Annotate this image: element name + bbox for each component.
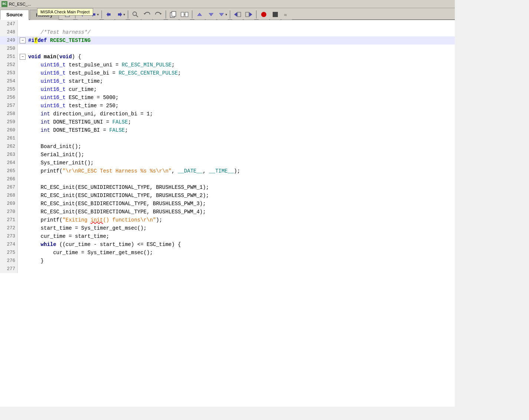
table-row: 256 uint16_t ESC_time = 5000;: [0, 93, 455, 102]
toolbar-down-arrow[interactable]: [206, 9, 216, 20]
code-content: uint16_t test_pulse_uni = RC_ESC_MIN_PUL…: [27, 61, 175, 69]
code-content: Sys_timer_init();: [27, 159, 93, 167]
table-row: 274 while ((cur_time - start_time) <= ES…: [0, 240, 455, 249]
code-content: RC_ESC_init(ESC_UNIDIRECTIONAL_TYPE, BRU…: [27, 191, 209, 200]
toolbar-stop[interactable]: [270, 9, 280, 20]
table-row: 261: [0, 134, 455, 142]
toolbar-run[interactable]: ≈: [282, 9, 292, 20]
toolbar-forward2[interactable]: ▼: [115, 9, 126, 20]
svg-line-3: [136, 15, 138, 17]
table-row: 277: [0, 265, 455, 273]
code-content: start_time = Sys_timer_get_msec();: [27, 224, 147, 232]
svg-rect-14: [246, 12, 249, 17]
code-content: printf("Exiting init() functions\r\n");: [27, 216, 162, 224]
table-row: 262 Board_init();: [0, 142, 455, 151]
table-row: 248 /*Test harness*/: [0, 28, 455, 36]
tooltip-popup: MISRA Check Main Project: [37, 8, 93, 16]
table-row: 268 RC_ESC_init(ESC_UNIDIRECTIONAL_TYPE,…: [0, 191, 455, 200]
code-content: int direction_uni, direction_bi = 1;: [27, 110, 153, 118]
title-bar: RC RC_ESC_...: [0, 0, 455, 8]
code-content: int DONE_TESTING_BI = FALSE;: [27, 126, 128, 134]
table-row: 251 − void main(void) {: [0, 53, 455, 61]
code-content: }: [27, 257, 44, 265]
title-text: RC_ESC_...: [9, 2, 31, 6]
code-content: Serial_init();: [27, 151, 84, 159]
table-row: 249 − #ifdef RCESC_TESTING: [0, 36, 455, 45]
table-row: 252 uint16_t test_pulse_uni = RC_ESC_MIN…: [0, 61, 455, 69]
code-content: uint16_t test_time = 250;: [27, 102, 119, 110]
toolbar-merge-left[interactable]: [232, 9, 243, 20]
code-content: #ifdef RCESC_TESTING: [27, 36, 91, 45]
svg-marker-5: [160, 13, 162, 14]
code-content: cur_time = start_time;: [27, 232, 109, 240]
tooltip-text: MISRA Check Main Project: [40, 10, 90, 14]
code-content: /*Test harness*/: [27, 28, 91, 36]
table-row: 272 start_time = Sys_timer_get_msec();: [0, 224, 455, 232]
fold-icon[interactable]: −: [20, 54, 26, 60]
code-editor: 247 248 /*Test harness*/ 249 − #ifdef RC…: [0, 20, 455, 407]
svg-marker-13: [249, 12, 252, 17]
table-row: 267 RC_ESC_init(ESC_UNIDIRECTIONAL_TYPE,…: [0, 183, 455, 191]
toolbar-redo[interactable]: [153, 9, 164, 20]
code-content: RC_ESC_init(ESC_UNIDIRECTIONAL_TYPE, BRU…: [27, 183, 209, 191]
table-row: 259 int DONE_TESTING_UNI = FALSE;: [0, 118, 455, 126]
table-row: 263 Serial_init();: [0, 151, 455, 159]
table-row: 264 Sys_timer_init();: [0, 159, 455, 167]
code-content: Board_init();: [27, 142, 81, 151]
table-row: 269 RC_ESC_init(ESC_BIDIRECTIONAL_TYPE, …: [0, 200, 455, 208]
table-row: 271 printf("Exiting init() functions\r\n…: [0, 216, 455, 224]
toolbar-merge-right[interactable]: [244, 9, 254, 20]
table-row: 250: [0, 45, 455, 53]
svg-point-15: [261, 12, 266, 17]
toolbar-search[interactable]: [130, 9, 141, 20]
table-row: 275 cur_time = Sys_timer_get_msec();: [0, 249, 455, 257]
table-row: 254 uint16_t start_time;: [0, 77, 455, 85]
code-content: void main(void) {: [27, 53, 81, 61]
code-content: while ((cur_time - start_time) <= ESC_ti…: [27, 240, 181, 249]
table-row: 260 int DONE_TESTING_BI = FALSE;: [0, 126, 455, 134]
code-content: RC_ESC_init(ESC_BIDIRECTIONAL_TYPE, BRUS…: [27, 208, 206, 216]
svg-marker-4: [144, 13, 146, 14]
code-content: int DONE_TESTING_UNI = FALSE;: [27, 118, 131, 126]
svg-rect-7: [172, 12, 176, 16]
svg-marker-11: [234, 12, 237, 17]
code-content: printf("\r\nRC_ESC Test Harness %s %s\r\…: [27, 167, 240, 175]
toolbar-prev[interactable]: [104, 9, 114, 20]
table-row: 276 }: [0, 257, 455, 265]
toolbar-branch[interactable]: ▼: [217, 9, 228, 20]
toolbar-copy-file[interactable]: [168, 9, 178, 20]
line-number: 247: [0, 20, 18, 28]
toolbar-compare[interactable]: [180, 9, 190, 20]
svg-rect-16: [273, 12, 278, 17]
tab-source[interactable]: Source: [0, 10, 29, 20]
table-row: 257 uint16_t test_time = 250;: [0, 102, 455, 110]
table-row: 270 RC_ESC_init(ESC_BIDIRECTIONAL_TYPE, …: [0, 208, 455, 216]
svg-rect-12: [237, 12, 241, 17]
svg-rect-9: [185, 12, 188, 17]
svg-rect-8: [181, 12, 184, 17]
table-row: 273 cur_time = start_time;: [0, 232, 455, 240]
table-row: 266: [0, 175, 455, 183]
toolbar-record[interactable]: [259, 9, 269, 20]
toolbar-up-arrow[interactable]: [194, 9, 205, 20]
code-content: uint16_t test_pulse_bi = RC_ESC_CENTER_P…: [27, 69, 181, 77]
code-content: uint16_t start_time;: [27, 77, 103, 85]
table-row: 255 uint16_t cur_time;: [0, 85, 455, 93]
code-content: cur_time = Sys_timer_get_msec();: [27, 249, 153, 257]
table-row: 265 printf("\r\nRC_ESC Test Harness %s %…: [0, 167, 455, 175]
table-row: 258 int direction_uni, direction_bi = 1;: [0, 110, 455, 118]
svg-text:≈: ≈: [284, 12, 287, 18]
app-icon: RC: [1, 1, 7, 7]
table-row: 253 uint16_t test_pulse_bi = RC_ESC_CENT…: [0, 69, 455, 77]
fold-icon[interactable]: −: [20, 37, 26, 43]
svg-point-2: [133, 12, 137, 16]
code-content: RC_ESC_init(ESC_BIDIRECTIONAL_TYPE, BRUS…: [27, 200, 206, 208]
table-row: 247: [0, 20, 455, 28]
code-content: uint16_t ESC_time = 5000;: [27, 93, 119, 102]
toolbar-undo[interactable]: [142, 9, 152, 20]
code-content: uint16_t cur_time;: [27, 85, 97, 93]
